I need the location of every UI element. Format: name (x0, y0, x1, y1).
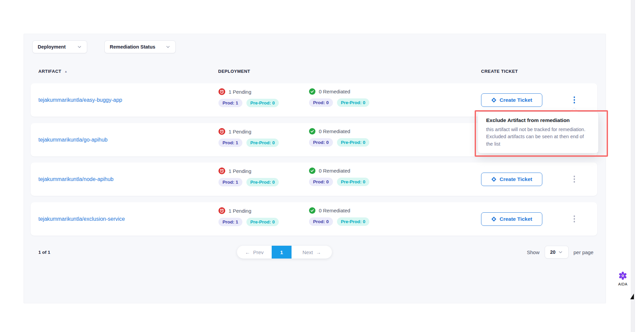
create-ticket-label: Create Ticket (500, 176, 532, 182)
remediation-panel: Deployment Remediation Status ARTIFACT ▲… (24, 34, 606, 303)
create-ticket-button[interactable]: Create Ticket (481, 212, 542, 226)
remediation-status-filter-label: Remediation Status (110, 44, 155, 50)
diamond-ticket-icon (491, 97, 497, 103)
pending-group: 1 Pending Prod: 1 Pre-Prod: 0 (218, 207, 279, 226)
pending-group: 1 Pending Prod: 1 Pre-Prod: 0 (218, 168, 279, 186)
remediated-count-label: 0 Remediated (319, 128, 350, 134)
current-page-button[interactable]: 1 (272, 246, 292, 259)
right-arrow-icon: → (316, 249, 321, 255)
prod-badge: Prod: 0 (309, 217, 333, 226)
create-ticket-label: Create Ticket (500, 97, 532, 103)
create-ticket-button[interactable]: Create Ticket (481, 93, 542, 107)
pending-group: 1 Pending Prod: 1 Pre-Prod: 0 (218, 88, 279, 107)
preprod-badge: Pre-Prod: 0 (246, 218, 279, 226)
preprod-badge: Pre-Prod: 0 (246, 139, 279, 147)
show-label: Show (527, 249, 540, 255)
chevron-down-icon (77, 44, 82, 49)
remediated-group: 0 Remediated Prod: 0 Pre-Prod: 0 (309, 207, 369, 226)
sort-ascending-icon[interactable]: ▲ (64, 70, 67, 73)
kebab-menu-icon[interactable] (569, 213, 579, 225)
preprod-badge: Pre-Prod: 0 (337, 138, 370, 147)
preprod-badge: Pre-Prod: 0 (337, 178, 370, 186)
create-ticket-label: Create Ticket (500, 216, 532, 222)
pagination-pill: ← Prev 1 Next → (237, 246, 332, 259)
prod-badge: Prod: 1 (218, 139, 242, 147)
chevron-down-icon (166, 44, 170, 49)
pending-count-label: 1 Pending (229, 168, 251, 174)
prod-badge: Prod: 0 (309, 98, 333, 107)
table-row: tejakummarikuntla/exclusion-service 1 Pe… (31, 202, 597, 236)
aida-logo[interactable]: AIDA (615, 271, 631, 286)
check-circle-icon (309, 128, 315, 134)
artifact-link[interactable]: tejakummarikuntla/node-apihub (38, 176, 113, 182)
check-circle-icon (309, 207, 315, 214)
next-label: Next (303, 249, 313, 255)
remediation-status-filter-dropdown[interactable]: Remediation Status (104, 40, 176, 53)
deployment-header-label: DEPLOYMENT (218, 69, 250, 74)
column-header-create-ticket: CREATE TICKET (481, 69, 518, 74)
purple-flower-icon (618, 271, 628, 280)
prod-badge: Prod: 1 (218, 218, 242, 226)
preprod-badge: Pre-Prod: 0 (337, 217, 370, 226)
artifact-link[interactable]: tejakummarikuntla/easy-buggy-app (38, 97, 122, 103)
prev-page-button[interactable]: ← Prev (237, 246, 272, 259)
diamond-ticket-icon (491, 177, 497, 182)
check-circle-icon (309, 168, 315, 174)
per-page-label: per page (574, 249, 594, 255)
stopwatch-icon (218, 128, 225, 135)
create-ticket-header-label: CREATE TICKET (481, 69, 518, 74)
remediated-group: 0 Remediated Prod: 0 Pre-Prod: 0 (309, 128, 369, 147)
column-header-deployment: DEPLOYMENT (218, 69, 250, 74)
kebab-menu-icon[interactable] (569, 174, 579, 185)
pending-count-label: 1 Pending (229, 89, 251, 95)
pending-count-label: 1 Pending (229, 129, 251, 134)
scrollbar-track[interactable] (631, 0, 635, 332)
prod-badge: Prod: 1 (218, 99, 242, 107)
preprod-badge: Pre-Prod: 0 (246, 178, 279, 186)
pending-count-label: 1 Pending (229, 208, 251, 214)
diamond-ticket-icon (491, 216, 497, 222)
table-row: tejakummarikuntla/node-apihub 1 Pending … (31, 162, 597, 196)
left-arrow-icon: ← (245, 249, 250, 255)
preprod-badge: Pre-Prod: 0 (246, 99, 279, 107)
artifact-link[interactable]: tejakummarikuntla/exclusion-service (38, 216, 125, 222)
remediated-group: 0 Remediated Prod: 0 Pre-Prod: 0 (309, 88, 369, 107)
stopwatch-icon (218, 168, 225, 174)
deployment-filter-dropdown[interactable]: Deployment (32, 40, 87, 53)
column-header-artifact[interactable]: ARTIFACT ▲ (38, 69, 68, 74)
page-count-summary: 1 of 1 (38, 250, 50, 255)
page-size-select[interactable]: 20 (545, 246, 569, 259)
prev-label: Prev (253, 249, 264, 255)
prod-badge: Prod: 1 (218, 178, 242, 186)
preprod-badge: Pre-Prod: 0 (337, 98, 370, 107)
artifact-header-label: ARTIFACT (38, 69, 61, 74)
next-page-button[interactable]: Next → (292, 246, 332, 259)
tooltip-body: this artifact will not be tracked for re… (486, 126, 589, 148)
stopwatch-icon (218, 207, 225, 214)
exclude-artifact-tooltip: Exclude Artifact from remediation this a… (478, 112, 599, 153)
remediated-count-label: 0 Remediated (319, 89, 350, 94)
check-circle-icon (309, 88, 315, 95)
remediated-count-label: 0 Remediated (319, 208, 350, 213)
deployment-filter-label: Deployment (38, 44, 66, 50)
chevron-down-icon (558, 250, 563, 254)
kebab-menu-icon[interactable] (569, 94, 579, 106)
prod-badge: Prod: 0 (309, 178, 333, 186)
pending-group: 1 Pending Prod: 1 Pre-Prod: 0 (218, 128, 279, 147)
stopwatch-icon (218, 88, 225, 95)
remediated-group: 0 Remediated Prod: 0 Pre-Prod: 0 (309, 168, 369, 186)
remediated-count-label: 0 Remediated (319, 168, 350, 174)
page-size-value: 20 (550, 249, 555, 255)
prod-badge: Prod: 0 (309, 138, 333, 147)
create-ticket-button[interactable]: Create Ticket (481, 173, 542, 186)
page-size-control: Show 20 per page (527, 246, 594, 259)
tooltip-title: Exclude Artifact from remediation (486, 117, 590, 123)
artifact-link[interactable]: tejakummarikuntla/go-apihub (38, 137, 107, 143)
aida-logo-label: AIDA (618, 282, 628, 286)
